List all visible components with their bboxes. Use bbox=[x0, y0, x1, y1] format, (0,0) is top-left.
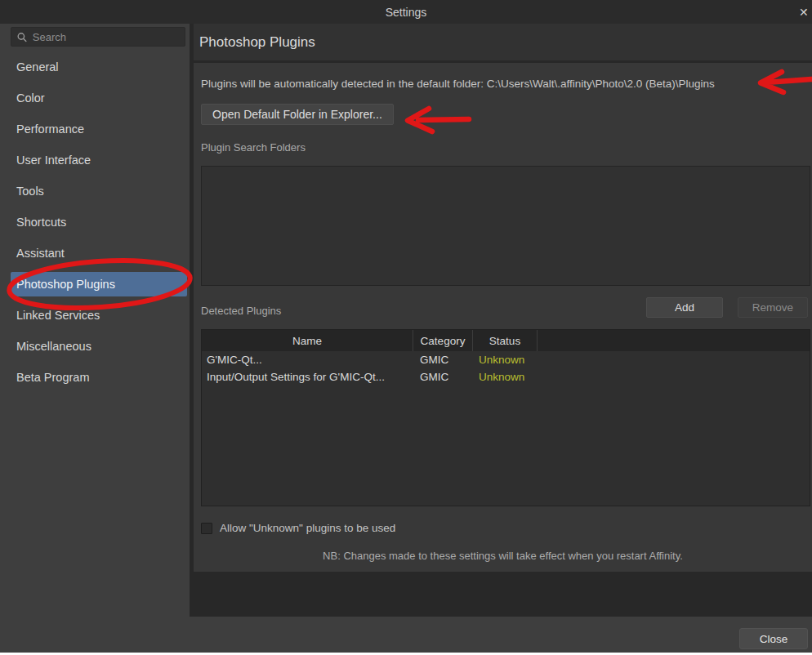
sidebar-item-photoshop-plugins[interactable]: Photoshop Plugins bbox=[11, 272, 187, 296]
search-box[interactable] bbox=[11, 27, 185, 47]
restart-note: NB: Changes made to these settings will … bbox=[194, 550, 812, 562]
sidebar-item-general[interactable]: General bbox=[11, 55, 187, 79]
cell-category: GMIC bbox=[413, 371, 473, 383]
plugin-search-folders-label: Plugin Search Folders bbox=[201, 141, 306, 154]
close-icon[interactable]: ✕ bbox=[799, 4, 812, 20]
remove-button: Remove bbox=[738, 297, 808, 318]
sidebar-item-user-interface[interactable]: User Interface bbox=[11, 148, 187, 172]
sidebar-item-tools[interactable]: Tools bbox=[11, 179, 187, 203]
allow-unknown-checkbox[interactable] bbox=[201, 523, 212, 534]
plugins-panel: Plugins will be automatically detected i… bbox=[194, 63, 812, 572]
cell-plugin-name: G'MIC-Qt... bbox=[202, 354, 413, 366]
search-input[interactable] bbox=[33, 31, 179, 43]
main-header: Photoshop Plugins bbox=[194, 24, 812, 60]
settings-dialog: Settings ✕ General Color Performance Use… bbox=[0, 0, 812, 655]
cell-status: Unknown bbox=[473, 354, 538, 366]
window-title: Settings bbox=[386, 6, 427, 19]
column-header-spacer bbox=[538, 330, 810, 351]
detected-plugins-table[interactable]: Name Category Status G'MIC-Qt... GMIC Un… bbox=[201, 329, 810, 506]
cell-status: Unknown bbox=[473, 371, 538, 383]
sidebar-item-beta-program[interactable]: Beta Program bbox=[11, 365, 187, 390]
table-row[interactable]: Input/Output Settings for G'MIC-Qt... GM… bbox=[202, 368, 810, 385]
table-row[interactable]: G'MIC-Qt... GMIC Unknown bbox=[202, 351, 810, 368]
sidebar-item-assistant[interactable]: Assistant bbox=[11, 241, 187, 265]
sidebar-item-linked-services[interactable]: Linked Services bbox=[11, 303, 187, 328]
allow-unknown-row: Allow "Unknown" plugins to be used bbox=[201, 522, 395, 534]
open-default-folder-button[interactable]: Open Default Folder in Explorer... bbox=[201, 104, 394, 125]
titlebar: Settings ✕ bbox=[0, 0, 812, 24]
plugin-search-folders-list[interactable] bbox=[201, 166, 810, 286]
sidebar-nav: General Color Performance User Interface… bbox=[0, 55, 190, 396]
search-icon bbox=[17, 32, 27, 42]
sidebar-item-performance[interactable]: Performance bbox=[11, 117, 187, 141]
page-title: Photoshop Plugins bbox=[199, 34, 315, 51]
default-folder-info: Plugins will be automatically detected i… bbox=[201, 78, 715, 90]
column-header-status[interactable]: Status bbox=[473, 330, 538, 351]
sidebar-item-miscellaneous[interactable]: Miscellaneous bbox=[11, 334, 187, 359]
sidebar-item-color[interactable]: Color bbox=[11, 86, 187, 110]
detected-plugins-label: Detected Plugins bbox=[201, 305, 281, 317]
cell-plugin-name: Input/Output Settings for G'MIC-Qt... bbox=[202, 371, 413, 383]
allow-unknown-label: Allow "Unknown" plugins to be used bbox=[220, 522, 395, 534]
settings-sidebar: General Color Performance User Interface… bbox=[0, 24, 190, 653]
close-button[interactable]: Close bbox=[739, 628, 808, 649]
footer-bar: Close bbox=[0, 617, 812, 653]
table-header: Name Category Status bbox=[202, 330, 810, 351]
add-button[interactable]: Add bbox=[646, 297, 723, 318]
column-header-category[interactable]: Category bbox=[413, 330, 473, 351]
column-header-name[interactable]: Name bbox=[202, 330, 413, 351]
cell-category: GMIC bbox=[413, 354, 473, 366]
sidebar-item-shortcuts[interactable]: Shortcuts bbox=[11, 210, 187, 234]
